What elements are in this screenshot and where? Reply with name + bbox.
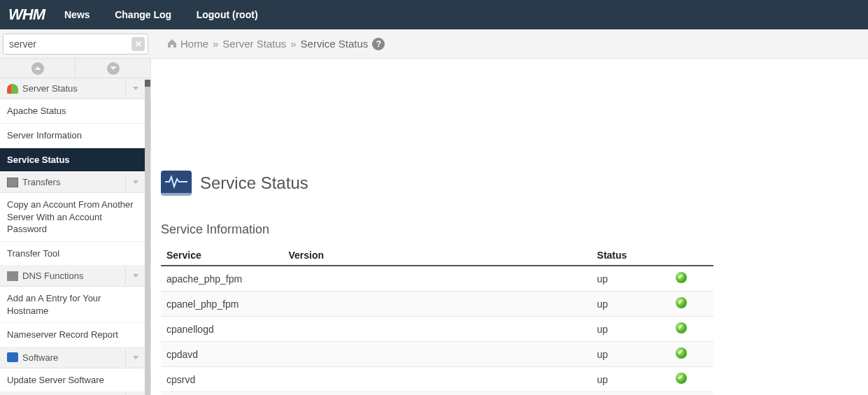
nav-news[interactable]: News	[53, 9, 101, 20]
col-version[interactable]: Version	[283, 245, 591, 266]
page-title: Service Status	[200, 173, 308, 193]
col-service[interactable]: Service	[161, 245, 283, 266]
category-label: Transfers	[22, 177, 60, 187]
search-input[interactable]	[9, 38, 131, 50]
cell-status: up	[592, 367, 671, 392]
cell-version	[283, 317, 591, 342]
cell-status-indicator	[670, 342, 713, 367]
breadcrumb-sep: »	[208, 38, 222, 50]
cell-version	[283, 392, 591, 396]
category-label: Server Status	[22, 83, 78, 94]
category-icon	[7, 178, 18, 187]
top-nav: News Change Log Logout (root)	[53, 9, 269, 20]
cell-status: up	[592, 342, 671, 367]
status-ok-icon	[676, 297, 687, 308]
nav-logout[interactable]: Logout (root)	[185, 9, 269, 20]
category-icon	[7, 271, 18, 281]
chevron-down-icon	[128, 356, 143, 359]
cell-status-indicator	[670, 317, 713, 342]
sidebar-item[interactable]: Service Status	[0, 148, 150, 173]
section-title: Service Information	[161, 222, 858, 237]
main-content: Service Status Service Information Servi…	[151, 59, 868, 395]
cell-version	[283, 342, 591, 367]
cell-service: cpdavd	[161, 342, 283, 367]
status-ok-icon	[676, 322, 687, 333]
service-table: Service Version Status apache_php_fpmupc…	[161, 245, 713, 395]
chevron-down-icon	[128, 274, 143, 278]
brand-logo: WHM	[6, 7, 53, 22]
table-row: crondup	[161, 392, 713, 396]
nav-changelog[interactable]: Change Log	[104, 9, 183, 20]
cell-version	[283, 367, 591, 392]
cell-status: up	[592, 392, 671, 396]
sidebar-category[interactable]: Server Status	[0, 78, 150, 99]
category-label: DNS Functions	[22, 271, 83, 281]
cell-service: cpanellogd	[161, 317, 283, 342]
help-icon[interactable]: ?	[372, 38, 385, 50]
cell-status-indicator	[670, 266, 713, 292]
breadcrumb-current: Service Status	[301, 38, 369, 50]
sidebar-item[interactable]: Transfer Tool	[0, 242, 150, 266]
table-row: cpanel_php_fpmup	[161, 292, 713, 317]
cell-status: up	[592, 266, 671, 292]
cell-status: up	[592, 317, 671, 342]
cell-status-indicator	[670, 367, 713, 392]
cell-version	[283, 266, 591, 292]
sidebar-category[interactable]: Transfers	[0, 172, 150, 193]
status-ok-icon	[676, 373, 687, 384]
breadcrumb-home[interactable]: Home	[180, 38, 208, 50]
sidebar-item[interactable]: Add an A Entry for Your Hostname	[0, 287, 150, 323]
breadcrumb: Home » Server Status » Service Status ?	[151, 38, 385, 50]
category-icon	[7, 352, 18, 362]
search-box: ✕	[3, 34, 148, 55]
sidebar-scrollbar[interactable]	[145, 80, 150, 395]
sidebar: Server StatusApache StatusServer Informa…	[0, 59, 151, 395]
chevron-down-icon	[128, 87, 143, 90]
sidebar-category[interactable]: Software	[0, 347, 150, 368]
sidebar-prev-button[interactable]	[0, 59, 76, 78]
sidebar-category[interactable]: DNS Functions	[0, 266, 150, 287]
cell-status-indicator	[670, 392, 713, 396]
breadcrumb-sep: »	[286, 38, 300, 50]
service-status-icon	[161, 171, 192, 196]
table-row: cpdavdup	[161, 342, 713, 367]
category-icon	[7, 84, 18, 94]
sidebar-next-button[interactable]	[76, 59, 150, 78]
sidebar-category[interactable]: System Health	[0, 392, 150, 395]
status-ok-icon	[676, 347, 687, 359]
table-row: cpanellogdup	[161, 317, 713, 342]
sidebar-list: Server StatusApache StatusServer Informa…	[0, 78, 150, 395]
table-row: apache_php_fpmup	[161, 266, 713, 292]
page-header: Service Status	[161, 171, 858, 196]
cell-service: apache_php_fpm	[161, 266, 283, 292]
topbar: WHM News Change Log Logout (root)	[0, 0, 868, 29]
sidebar-nav-arrows	[0, 59, 150, 78]
sidebar-item[interactable]: Server Information	[0, 124, 150, 148]
col-status[interactable]: Status	[592, 245, 671, 266]
table-row: cpsrvdup	[161, 367, 713, 392]
cell-service: cpanel_php_fpm	[161, 292, 283, 317]
category-label: Software	[22, 352, 58, 363]
clear-search-icon[interactable]: ✕	[131, 37, 145, 51]
cell-service: crond	[161, 392, 283, 396]
status-ok-icon	[676, 272, 687, 283]
sidebar-item[interactable]: Update Server Software	[0, 368, 150, 393]
chevron-down-icon	[128, 180, 143, 184]
sidebar-item[interactable]: Nameserver Record Report	[0, 323, 150, 347]
cell-service: cpsrvd	[161, 367, 283, 392]
cell-status: up	[592, 292, 671, 317]
sidebar-item[interactable]: Copy an Account From Another Server With…	[0, 193, 150, 242]
cell-status-indicator	[670, 292, 713, 317]
search-breadcrumb-row: ✕ Home » Server Status » Service Status …	[0, 29, 868, 59]
home-icon	[166, 38, 178, 50]
cell-version	[283, 292, 591, 317]
sidebar-item[interactable]: Apache Status	[0, 99, 150, 124]
breadcrumb-server-status[interactable]: Server Status	[222, 38, 286, 50]
